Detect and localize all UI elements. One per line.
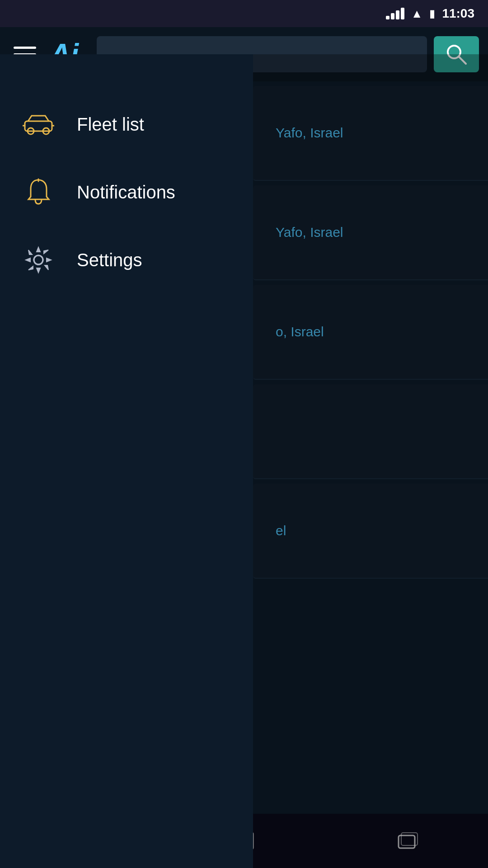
svg-rect-42: [25, 121, 52, 131]
drawer-settings-label: Settings: [77, 250, 142, 270]
hamburger-line-1: [14, 47, 36, 49]
battery-icon: ▮: [429, 7, 435, 20]
drawer-item-notifications[interactable]: Notifications: [0, 158, 253, 226]
gear-icon: [23, 244, 54, 276]
status-bar: ▲ ▮ 11:03: [0, 0, 488, 27]
clock: 11:03: [442, 6, 474, 21]
bell-icon: [23, 176, 54, 208]
signal-icon: [386, 8, 404, 19]
car-icon: [23, 108, 54, 140]
drawer-item-fleet-list[interactable]: Fleet list: [0, 90, 253, 158]
drawer-overlay[interactable]: Fleet list Notifications: [0, 54, 488, 868]
svg-point-49: [34, 255, 43, 264]
drawer-item-settings[interactable]: Settings: [0, 226, 253, 294]
main-content: Ai Yafo, Israel: [0, 27, 488, 868]
status-icons: ▲ ▮ 11:03: [386, 6, 474, 21]
drawer-notifications-label: Notifications: [77, 182, 175, 203]
drawer-fleet-list-label: Fleet list: [77, 114, 144, 135]
wifi-icon: ▲: [411, 7, 423, 21]
drawer-panel: Fleet list Notifications: [0, 54, 253, 868]
